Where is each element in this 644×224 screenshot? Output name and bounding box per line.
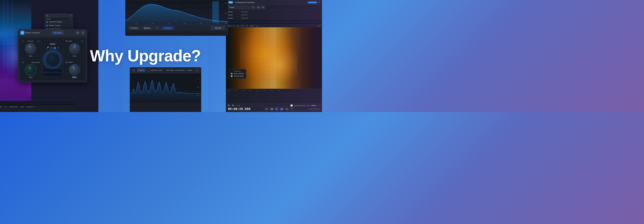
right-spectrogram: Speakers Nick LaPenn Tracey King 21.0 21… xyxy=(226,27,322,92)
search-clear-button[interactable]: ✕ xyxy=(251,6,255,9)
word-time: 00:00:17 xyxy=(241,14,252,16)
zoom-fit-icon[interactable]: ⊡ xyxy=(236,104,238,107)
time-22-4: 22.4 xyxy=(278,90,280,91)
de-reverb-knob[interactable] xyxy=(25,64,36,75)
word-list-row[interactable]: house 00:00:22 xyxy=(228,17,320,20)
nr-settings-icon[interactable]: ⚙ xyxy=(132,69,135,72)
eq-label-20: -20 xyxy=(135,23,137,24)
search-prev-button[interactable]: ◀ xyxy=(256,6,260,9)
gain-slider[interactable] xyxy=(311,105,320,106)
plus-button[interactable]: + xyxy=(154,26,160,30)
eq-label-10k: 10k xyxy=(184,23,186,24)
time-21-8: 21.8 xyxy=(256,90,259,91)
de-noise-label: De-noise xyxy=(66,61,73,63)
word-item: house xyxy=(228,11,241,13)
svg-rect-20 xyxy=(253,41,298,81)
end-button[interactable]: ⏭ xyxy=(285,107,289,111)
compare-button[interactable]: Compare xyxy=(161,26,174,30)
de-noise-cell: De-noise 50% xyxy=(64,59,85,80)
de-click-knob[interactable] xyxy=(67,41,82,56)
repair-icons: ⚙ ? xyxy=(76,31,85,35)
list-item[interactable]: Ambience Match xyxy=(44,20,73,24)
time-21-4: 21.4 xyxy=(242,90,245,91)
settings-icon[interactable]: ⚙ xyxy=(76,31,80,35)
bypass-button[interactable]: Bypass xyxy=(141,26,153,30)
right-bottom-toolbar: 🔍+ 🔍− ⊡ ⚙ Instant process Gain 00:00:20.… xyxy=(226,103,322,112)
loop-button[interactable]: ↻ xyxy=(290,107,294,111)
people-icon: 👥 xyxy=(53,47,56,49)
time-22-2: 22.2 xyxy=(270,90,273,91)
word-time: 00:00:10 xyxy=(241,11,252,13)
de-click-label: De-click xyxy=(66,40,72,42)
preview-button[interactable]: Preview xyxy=(128,26,140,30)
search-input[interactable] xyxy=(228,6,250,9)
help-icon[interactable]: ? xyxy=(81,31,85,35)
sort-icon[interactable]: ≡ xyxy=(70,15,71,17)
learn-dot xyxy=(54,32,56,33)
speaker-row-nick: Nick LaPenn xyxy=(231,73,244,75)
left-panel: All ≡ Repair ▲ Ambience Match Breath Con… xyxy=(0,0,98,112)
rewind-button[interactable]: ⏮ xyxy=(264,107,268,111)
list-item[interactable]: Breath Control xyxy=(44,24,73,27)
de-click-info[interactable]: 〜 xyxy=(81,40,84,42)
play-button[interactable]: ▶ xyxy=(275,107,279,111)
svg-text:-60: -60 xyxy=(197,94,199,96)
back-button[interactable]: ◀◀ xyxy=(270,107,274,111)
eq-footer-buttons: Preview Bypass + Compare xyxy=(128,26,174,30)
eq-label-neg10: -10 xyxy=(216,23,218,24)
mic-icon: 🎤 xyxy=(46,47,49,49)
forward-button[interactable]: ▶▶ xyxy=(280,107,284,111)
zoom-in-icon[interactable]: 🔍+ xyxy=(228,104,231,107)
instant-process-checkbox[interactable] xyxy=(290,104,293,107)
nr-learn-button[interactable]: Learn xyxy=(137,69,146,72)
word-list-row[interactable]: house 00:00:10 xyxy=(228,10,320,14)
svg-text:-50: -50 xyxy=(224,12,227,14)
de-ess-icon: 〜 xyxy=(37,40,40,42)
zoom-out-icon[interactable]: 🔍− xyxy=(232,104,236,107)
tracey-dot xyxy=(231,75,232,77)
word-think: think xyxy=(241,25,244,27)
center-text-block: Why Upgrade? xyxy=(90,47,201,65)
right-header-left: RX Architecture Chat Rec xyxy=(228,1,254,4)
rx-logo: RX Repair Assistant xyxy=(20,31,40,35)
settings-icon2[interactable]: ⚙ xyxy=(238,104,240,107)
progress-bar xyxy=(308,2,317,3)
search-next-button[interactable]: ▶ xyxy=(261,6,265,9)
static-radio[interactable]: ○ xyxy=(186,69,187,71)
knob-grid: ℹ De-ess 〜 50% Voice 🎤 ⊞ 👥 ✦ xyxy=(18,36,87,82)
right-rx-panel: RX Architecture Chat Rec ⚙ ✕ ◀ ▶ house 0… xyxy=(226,0,322,112)
nr-info-icon[interactable]: ℹ xyxy=(196,69,199,72)
eq-label-hz: Hz xyxy=(200,23,202,24)
right-header: RX Architecture Chat Rec ⚙ xyxy=(226,0,322,5)
nr-header: ⚙ Learn Adaptive mode Filter type: ◉ Dyn… xyxy=(130,67,201,73)
voice-knob-large[interactable] xyxy=(44,50,62,68)
word-should: should xyxy=(250,25,254,27)
de-ess-info[interactable]: ℹ xyxy=(22,40,24,42)
word-list-row[interactable]: house 00:00:17 xyxy=(228,14,320,17)
nick-name: Nick LaPenn xyxy=(234,73,244,75)
gain-fill xyxy=(311,105,316,106)
word-you: you xyxy=(236,25,239,27)
dynamic-radio[interactable]: ◉ xyxy=(175,69,177,71)
right-panel-title: Architecture Chat Rec xyxy=(235,1,254,4)
voice-waveform xyxy=(44,69,62,76)
de-click-cell: De-click 〜 50% xyxy=(64,38,85,59)
svg-text:-20: -20 xyxy=(224,2,227,4)
tracey-name: Tracey King xyxy=(234,75,243,77)
de-ess-knob[interactable] xyxy=(25,43,36,54)
word-what: what xyxy=(228,25,231,27)
adaptive-checkbox[interactable] xyxy=(147,69,150,71)
word-well: well xyxy=(318,25,320,27)
de-reverb-info[interactable]: ℹ xyxy=(22,61,24,63)
learn-button[interactable]: Learn xyxy=(52,31,64,35)
instant-process: Instant process Gain xyxy=(290,104,320,107)
voice-icons: 🎤 ⊞ 👥 ✦ xyxy=(46,46,59,50)
nick-dot xyxy=(231,73,232,75)
speakers-title: Speakers xyxy=(231,70,244,72)
de-noise-knob[interactable] xyxy=(69,64,80,75)
settings-icon[interactable]: ⚙ xyxy=(318,1,320,3)
render-button[interactable]: Render xyxy=(211,26,225,30)
voice-header: Voice xyxy=(44,43,62,45)
de-reverb-cell: ℹ De-reverb 50% xyxy=(20,59,41,80)
search-bar: ✕ ◀ ▶ xyxy=(226,5,322,10)
